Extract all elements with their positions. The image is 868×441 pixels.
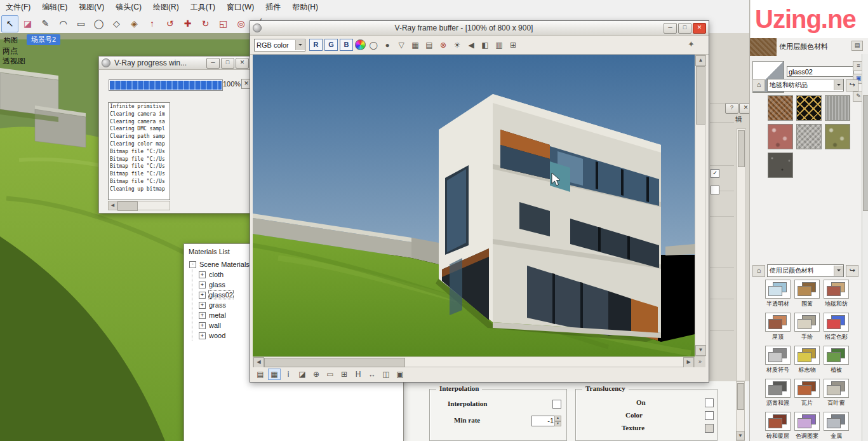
scale-tool[interactable]: ◱ (215, 15, 232, 32)
minimize-button[interactable]: ─ (664, 23, 677, 34)
material-category-12[interactable]: 百叶窗 (822, 379, 850, 407)
carpet-weave-brown[interactable] (768, 95, 793, 121)
texture-button[interactable] (705, 424, 714, 433)
menu-item-8[interactable]: 插件 (260, 1, 286, 14)
material-category-3[interactable]: 地毯和纺 (822, 280, 850, 308)
lens-effects-icon[interactable]: ✦ (688, 39, 695, 49)
material-category-5[interactable]: 手绘 (793, 313, 821, 341)
select-tool[interactable]: ↖ (1, 15, 18, 32)
carpet-floral-olive[interactable] (825, 124, 850, 149)
scroll-thumb[interactable] (117, 201, 138, 211)
monochrome-icon[interactable]: ● (381, 39, 394, 51)
menu-item-7[interactable]: 窗口(W) (221, 1, 260, 14)
show-channels-icon[interactable]: ▦ (268, 369, 281, 380)
compare-icon[interactable]: ▥ (493, 39, 505, 51)
carpet-floral-red[interactable] (768, 124, 793, 149)
help-button[interactable]: ? (725, 103, 738, 114)
material-item-grass[interactable]: +grass (199, 300, 250, 310)
collection-dropdown[interactable]: 地毯和纺织品 (767, 79, 844, 92)
maximize-button[interactable]: □ (678, 23, 691, 34)
material-name-field[interactable] (787, 66, 854, 77)
carpet-knit-gray[interactable] (825, 95, 850, 121)
material-category-11[interactable]: 瓦片 (793, 379, 821, 407)
material-category-14[interactable]: 色调图案 (793, 412, 821, 440)
channel-b-button[interactable]: B (340, 39, 353, 51)
material-item-metal[interactable]: +metal (199, 310, 250, 320)
stamp-icon[interactable]: ▣ (394, 369, 406, 380)
log-scrollbar[interactable]: ◀ (108, 201, 170, 210)
image-info-icon[interactable]: i (282, 369, 295, 380)
rectangle-tool[interactable]: ▭ (72, 15, 90, 32)
min-rate-stepper[interactable]: ▲▼ (554, 416, 561, 426)
collapse-icon[interactable]: - (189, 261, 196, 268)
menu-item-5[interactable]: 绘图(R) (147, 1, 185, 14)
material-item-wood[interactable]: +wood (199, 330, 250, 341)
region-render-icon[interactable]: ⊞ (338, 369, 351, 380)
home-icon[interactable]: ⌂ (752, 265, 765, 277)
apply-arrow-icon[interactable]: ↪ (846, 265, 858, 277)
duplicate-buffer-icon[interactable]: ⊞ (507, 39, 519, 51)
maximize-button[interactable]: □ (221, 58, 234, 69)
menu-item-9[interactable]: 帮助(H) (286, 1, 324, 14)
material-category-7[interactable]: 材质符号 (764, 346, 792, 374)
expand-icon[interactable]: + (199, 312, 206, 319)
color-swatch[interactable] (705, 411, 714, 420)
material-category-9[interactable]: 植被 (822, 346, 850, 374)
swap-ab-icon[interactable]: ◧ (479, 39, 491, 51)
carpet-rough-dark[interactable] (768, 153, 793, 178)
channel-dropdown[interactable]: RGB color (254, 39, 305, 51)
previous-image-icon[interactable]: ◀ (465, 39, 477, 51)
option-checkbox[interactable] (711, 186, 719, 194)
scene-tab[interactable]: 场景号2 (27, 34, 60, 45)
horizontal-scrollbar[interactable]: ◀ ▶ (253, 356, 695, 367)
material-category-8[interactable]: 标志物 (793, 346, 821, 374)
material-item-glass[interactable]: +glass (199, 280, 250, 290)
load-image-icon[interactable]: ▤ (423, 39, 436, 51)
carpet-weave-gray[interactable] (796, 124, 822, 149)
levels-icon[interactable]: ◪ (296, 369, 309, 380)
options-scrollbar[interactable]: ▼ (736, 381, 745, 441)
menu-item-1[interactable]: 文件(F) (0, 1, 36, 14)
white-balance-icon[interactable]: ▭ (324, 369, 337, 380)
polygon-tool[interactable]: ◇ (108, 15, 125, 32)
menu-item-3[interactable]: 视图(V) (73, 1, 110, 14)
push-pull-tool[interactable]: ↑ (144, 15, 161, 32)
material-category-4[interactable]: 屋顶 (764, 313, 792, 341)
eraser-tool[interactable]: ◪ (19, 15, 36, 32)
circle-tool[interactable]: ◯ (90, 15, 107, 32)
close-button[interactable]: ✕ (236, 58, 249, 69)
expand-icon[interactable]: + (199, 271, 206, 278)
progress-titlebar[interactable]: V-Ray progress win... ─ □ ✕ (99, 57, 251, 70)
material-category-13[interactable]: 砖和覆层 (764, 412, 792, 440)
exposure-icon[interactable]: ⊕ (310, 369, 323, 380)
stereo-icon[interactable]: ◫ (380, 369, 392, 380)
material-item-glass02[interactable]: +glass02 (199, 290, 250, 300)
material-item-wall[interactable]: +wall (199, 320, 250, 330)
min-rate-field[interactable]: -1 (531, 416, 556, 426)
offset-tool[interactable]: ◎ (232, 15, 250, 32)
expand-icon[interactable]: + (199, 322, 206, 329)
scroll-left-icon[interactable]: ◀ (109, 201, 117, 210)
editor-scrollbar[interactable] (737, 128, 746, 381)
rotate-tool[interactable]: ↻ (197, 15, 214, 32)
line-tool[interactable]: ✎ (37, 15, 54, 32)
material-category-10[interactable]: 沥青和混 (764, 379, 792, 407)
channel-r-button[interactable]: R (309, 39, 323, 51)
vertical-scrollbar[interactable]: ▲ ▼ (695, 55, 705, 356)
paint-bucket-tool[interactable]: ◈ (126, 15, 143, 32)
carpet-diamond-black[interactable] (796, 95, 822, 121)
on-checkbox[interactable] (705, 398, 714, 407)
alpha-channel-icon[interactable]: ◯ (367, 39, 380, 51)
home-icon[interactable]: ⌂ (752, 79, 765, 92)
menu-item-6[interactable]: 工具(T) (185, 1, 221, 14)
channel-g-button[interactable]: G (324, 39, 338, 51)
move-tool[interactable]: ✚ (179, 15, 196, 32)
expand-icon[interactable]: + (199, 302, 206, 309)
interpolation-checkbox[interactable] (552, 400, 561, 409)
detail-pane-icon[interactable]: ▤ (851, 41, 863, 51)
panel-scrollbar[interactable] (862, 54, 868, 441)
follow-me-tool[interactable]: ↺ (161, 15, 178, 32)
minimize-button[interactable]: ─ (206, 58, 220, 69)
menu-item-2[interactable]: 编辑(E) (36, 1, 73, 14)
options-menu-icon[interactable]: ▤ (254, 369, 267, 380)
